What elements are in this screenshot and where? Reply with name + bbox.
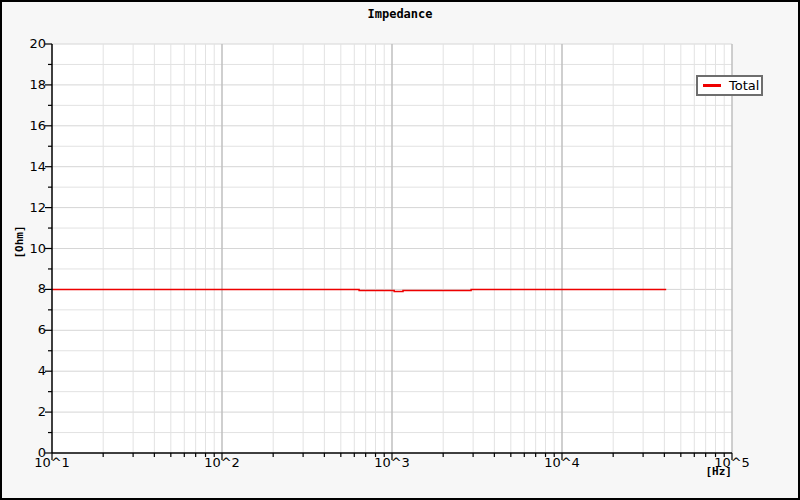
y-tick-label: 2	[4, 405, 46, 419]
y-tick-label: 10	[4, 242, 46, 256]
x-tick-label: 10^3	[370, 456, 414, 470]
y-tick-label: 6	[4, 323, 46, 337]
x-tick-label: 10^4	[540, 456, 584, 470]
y-tick-label: 18	[4, 78, 46, 92]
x-tick-label: 10^1	[30, 456, 74, 470]
x-axis-unit-label: [Hz]	[632, 465, 732, 478]
y-tick-label: 20	[4, 37, 46, 51]
plot-area	[2, 2, 800, 500]
y-tick-label: 14	[4, 160, 46, 174]
y-tick-label: 4	[4, 364, 46, 378]
y-tick-label: 8	[4, 282, 46, 296]
y-tick-label: 16	[4, 119, 46, 133]
y-tick-label: 12	[4, 201, 46, 215]
legend-label: Total	[729, 79, 759, 92]
legend: Total	[696, 75, 763, 96]
impedance-chart-window: Impedance [Ohm] 0246810121416182010^110^…	[0, 0, 800, 500]
legend-line-sample	[703, 84, 721, 87]
x-tick-label: 10^2	[200, 456, 244, 470]
